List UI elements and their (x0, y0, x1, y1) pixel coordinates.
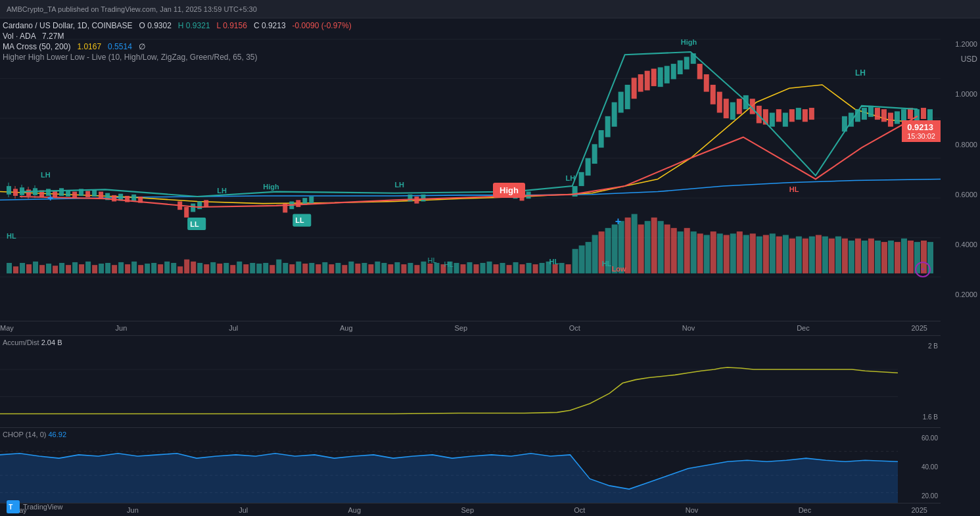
svg-rect-32 (171, 263, 176, 273)
svg-text:LH: LH (855, 68, 866, 78)
svg-rect-45 (256, 264, 262, 273)
x-label-jul: Jul (229, 324, 238, 332)
hhll-label: Higher High Lower Low - Live (10, High/L… (3, 53, 258, 62)
accum-dist-label: Accum/Dist 2.04 B (3, 339, 62, 346)
svg-rect-27 (138, 265, 143, 273)
svg-rect-167 (99, 192, 103, 199)
svg-rect-10 (26, 264, 32, 273)
volume-value: 7.27M (42, 32, 64, 41)
svg-rect-96 (592, 235, 598, 273)
svg-rect-202 (651, 69, 657, 87)
svg-rect-28 (145, 264, 150, 273)
svg-rect-135 (849, 241, 854, 273)
accum-y-2b: 2 B (923, 342, 938, 350)
svg-text:HL: HL (444, 260, 453, 268)
svg-rect-77 (467, 262, 472, 273)
close-value: 0.9213 (262, 21, 286, 30)
svg-rect-86 (526, 263, 532, 273)
svg-rect-169 (112, 195, 116, 202)
svg-rect-184 (408, 195, 412, 202)
bottom-x-aug: Aug (348, 506, 362, 514)
svg-rect-107 (665, 225, 670, 273)
svg-rect-87 (533, 264, 538, 273)
svg-rect-39 (217, 264, 222, 273)
svg-rect-239 (921, 108, 926, 119)
svg-rect-30 (158, 264, 163, 273)
svg-rect-70 (421, 262, 426, 273)
svg-rect-172 (131, 195, 136, 202)
svg-rect-61 (362, 263, 367, 273)
svg-rect-195 (605, 116, 611, 137)
chart-area: Cardano / US Dollar, 1D, COINBASE O 0.93… (0, 18, 980, 516)
svg-rect-20 (92, 265, 97, 273)
svg-text:LH: LH (566, 174, 576, 181)
high-tooltip: High (493, 183, 525, 198)
svg-rect-17 (72, 262, 78, 273)
svg-rect-88 (540, 263, 545, 273)
svg-rect-15 (59, 263, 64, 273)
svg-rect-68 (408, 263, 413, 273)
svg-rect-92 (566, 264, 571, 273)
svg-rect-230 (862, 108, 867, 120)
svg-rect-196 (612, 103, 617, 127)
svg-rect-175 (184, 207, 189, 218)
svg-rect-114 (711, 231, 716, 273)
svg-rect-236 (901, 109, 906, 121)
svg-rect-124 (776, 237, 782, 273)
svg-rect-130 (816, 235, 822, 273)
svg-rect-9 (20, 263, 25, 273)
svg-rect-137 (862, 241, 868, 273)
svg-rect-120 (750, 233, 756, 273)
svg-rect-109 (678, 231, 684, 273)
svg-rect-192 (586, 158, 591, 176)
svg-rect-225 (803, 109, 808, 122)
svg-rect-51 (296, 262, 301, 273)
svg-rect-63 (375, 262, 380, 273)
svg-rect-106 (658, 221, 664, 273)
chop-chart (0, 441, 898, 503)
svg-rect-67 (401, 264, 406, 273)
svg-rect-200 (638, 74, 643, 92)
svg-rect-224 (796, 108, 801, 120)
svg-rect-212 (717, 92, 722, 113)
high-value: 0.9321 (186, 21, 210, 30)
chop-y-axis: 60.00 40.00 20.00 (922, 434, 938, 503)
accum-dist-chart (0, 349, 898, 424)
svg-rect-139 (875, 241, 881, 273)
svg-rect-117 (730, 233, 736, 273)
x-label-2025: 2025 (912, 324, 927, 332)
accum-y-16b: 1.6 B (923, 413, 938, 421)
svg-rect-214 (730, 103, 735, 120)
volume-label: Vol · ADA (3, 32, 35, 41)
svg-rect-140 (881, 242, 887, 273)
svg-rect-60 (355, 264, 360, 273)
svg-rect-21 (99, 264, 104, 273)
svg-rect-53 (309, 263, 314, 273)
svg-rect-76 (460, 264, 465, 273)
svg-rect-235 (895, 111, 900, 124)
current-price-label: 0.9213 15:30:02 (902, 120, 941, 142)
svg-rect-14 (53, 266, 58, 273)
svg-rect-199 (632, 78, 637, 99)
svg-rect-66 (394, 262, 400, 273)
svg-rect-113 (704, 235, 710, 273)
svg-rect-26 (131, 262, 137, 273)
high-label: H (178, 21, 184, 30)
svg-rect-238 (914, 109, 920, 121)
svg-rect-186 (421, 195, 425, 202)
svg-rect-8 (13, 266, 18, 273)
accum-dist-value: 2.04 B (41, 339, 62, 346)
svg-rect-57 (335, 263, 340, 273)
svg-rect-65 (388, 264, 393, 273)
svg-rect-148 (7, 186, 11, 195)
y-label-4: 0.6000 (955, 191, 977, 199)
svg-rect-205 (671, 64, 676, 79)
open-value: 0.9302 (147, 21, 172, 30)
svg-rect-80 (487, 262, 492, 273)
svg-text:LH: LH (394, 181, 404, 189)
main-chart-svg: High LH LH LH LH LH HL HL HL HL High LL … (0, 18, 941, 319)
ma-label: MA Cross (50, 200) (3, 42, 70, 51)
svg-rect-75 (454, 263, 459, 273)
svg-rect-46 (263, 263, 268, 273)
ma-row: MA Cross (50, 200) 1.0167 0.5514 ∅ (3, 42, 352, 51)
